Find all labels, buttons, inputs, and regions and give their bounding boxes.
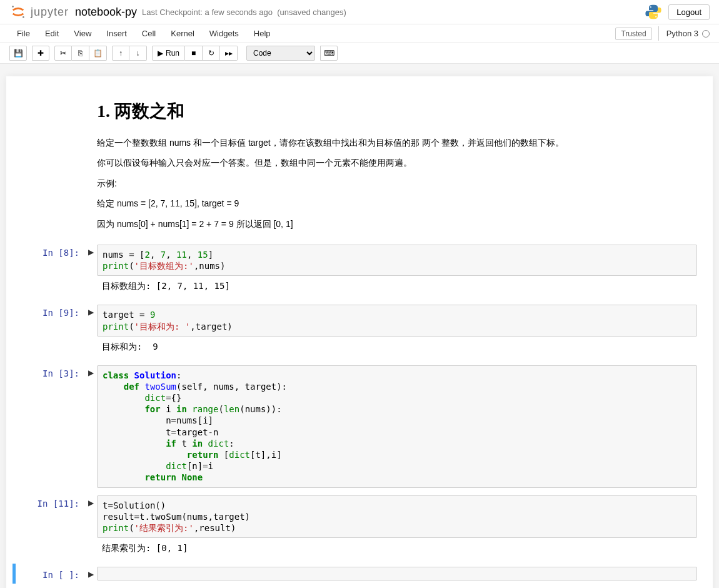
svg-point-2 xyxy=(650,6,651,8)
markdown-paragraph: 给定一个整数数组 nums 和一个目标值 target，请你在该数组中找出和为目… xyxy=(97,136,691,150)
code-input[interactable]: t=Solution() result=t.twoSum(nums,target… xyxy=(97,495,697,539)
kernel-indicator-icon xyxy=(702,30,710,38)
code-input[interactable]: nums = [2, 7, 11, 15] print('目标数组为:',num… xyxy=(97,245,697,276)
output: 目标数组为: [2, 7, 11, 15] xyxy=(97,276,697,297)
code-cell[interactable]: In [3]: ▶ class Solution: def twoSum(sel… xyxy=(13,362,706,491)
move-up-button[interactable]: ↑ xyxy=(112,46,129,61)
menu-kernel[interactable]: Kernel xyxy=(163,25,202,42)
arrow-down-icon: ↓ xyxy=(136,49,140,58)
run-cell-icon[interactable]: ▶ xyxy=(84,365,97,488)
toolbar: 💾 ✚ ✂ ⎘ 📋 ↑ ↓ ▶Run ■ ↻ ▸▸ Code ⌨ xyxy=(0,43,719,64)
jupyter-icon xyxy=(9,3,27,21)
code-input[interactable]: target = 9 print('目标和为: ',target) xyxy=(97,305,697,336)
run-button[interactable]: ▶Run xyxy=(152,46,185,61)
menu-edit[interactable]: Edit xyxy=(38,25,66,42)
copy-icon: ⎘ xyxy=(78,49,83,58)
output: 结果索引为: [0, 1] xyxy=(97,538,697,559)
markdown-paragraph: 示例: xyxy=(97,176,691,190)
restart-button[interactable]: ↻ xyxy=(203,46,220,61)
menubar: File Edit View Insert Cell Kernel Widget… xyxy=(0,24,719,43)
svg-point-3 xyxy=(655,16,656,18)
save-button[interactable]: 💾 xyxy=(9,46,27,61)
svg-point-0 xyxy=(12,6,14,8)
plus-icon: ✚ xyxy=(38,49,44,58)
code-input[interactable] xyxy=(97,567,697,580)
code-cell[interactable]: In [11]: ▶ t=Solution() result=t.twoSum(… xyxy=(13,492,706,563)
menu-cell[interactable]: Cell xyxy=(134,25,163,42)
notebook-container: 1. 两数之和 给定一个整数数组 nums 和一个目标值 target，请你在该… xyxy=(0,64,719,588)
save-icon: 💾 xyxy=(14,49,23,58)
run-cell-icon[interactable]: ▶ xyxy=(84,567,97,580)
menu-widgets[interactable]: Widgets xyxy=(202,25,246,42)
run-cell-icon[interactable]: ▶ xyxy=(84,245,97,297)
move-down-button[interactable]: ↓ xyxy=(129,46,147,61)
keyboard-icon: ⌨ xyxy=(324,49,334,58)
input-prompt: In [3]: xyxy=(16,365,84,488)
fast-forward-icon: ▸▸ xyxy=(225,49,233,58)
notebook-name[interactable]: notebook-py xyxy=(75,6,137,19)
input-prompt: In [11]: xyxy=(16,495,84,560)
cut-icon: ✂ xyxy=(60,49,66,58)
stop-icon: ■ xyxy=(191,49,196,58)
interrupt-button[interactable]: ■ xyxy=(185,46,203,61)
markdown-cell[interactable]: 1. 两数之和 给定一个整数数组 nums 和一个目标值 target，请你在该… xyxy=(13,87,706,240)
markdown-paragraph: 你可以假设每种输入只会对应一个答案。但是，数组中同一个元素不能使用两遍。 xyxy=(97,156,691,170)
menu-view[interactable]: View xyxy=(66,25,99,42)
menu-help[interactable]: Help xyxy=(246,25,278,42)
arrow-up-icon: ↑ xyxy=(119,49,123,58)
paste-button[interactable]: 📋 xyxy=(89,46,107,61)
run-icon: ▶ xyxy=(158,49,163,58)
trusted-badge[interactable]: Trusted xyxy=(615,28,651,40)
markdown-paragraph: 因为 nums[0] + nums[1] = 2 + 7 = 9 所以返回 [0… xyxy=(97,217,691,231)
command-palette-button[interactable]: ⌨ xyxy=(320,46,338,61)
code-cell[interactable]: In [8]: ▶ nums = [2, 7, 11, 15] print('目… xyxy=(13,241,706,300)
copy-button[interactable]: ⎘ xyxy=(72,46,89,61)
checkpoint-status: Last Checkpoint: a few seconds ago (unsa… xyxy=(142,8,346,17)
logo-text: jupyter xyxy=(31,6,69,19)
svg-point-1 xyxy=(23,16,24,18)
kernel-name[interactable]: Python 3 xyxy=(658,26,710,41)
add-cell-button[interactable]: ✚ xyxy=(32,46,49,61)
restart-icon: ↻ xyxy=(208,49,214,58)
restart-run-all-button[interactable]: ▸▸ xyxy=(220,46,238,61)
code-cell[interactable]: In [ ]: ▶ xyxy=(13,564,706,584)
input-prompt: In [ ]: xyxy=(16,567,84,580)
cut-button[interactable]: ✂ xyxy=(54,46,72,61)
header: jupyter notebook-py Last Checkpoint: a f… xyxy=(0,0,719,24)
logo[interactable]: jupyter xyxy=(9,3,69,21)
paste-icon: 📋 xyxy=(93,49,103,58)
menu-file[interactable]: File xyxy=(9,25,38,42)
code-input[interactable]: class Solution: def twoSum(self, nums, t… xyxy=(97,365,697,488)
menu-insert[interactable]: Insert xyxy=(99,25,134,42)
output: 目标和为: 9 xyxy=(97,337,697,358)
run-cell-icon[interactable]: ▶ xyxy=(84,305,97,357)
markdown-paragraph: 给定 nums = [2, 7, 11, 15], target = 9 xyxy=(97,196,691,210)
run-cell-icon[interactable]: ▶ xyxy=(84,495,97,560)
notebook: 1. 两数之和 给定一个整数数组 nums 和一个目标值 target，请你在该… xyxy=(6,76,713,588)
code-cell[interactable]: In [9]: ▶ target = 9 print('目标和为: ',targ… xyxy=(13,302,706,360)
cell-type-select[interactable]: Code xyxy=(246,46,315,61)
input-prompt: In [8]: xyxy=(16,245,84,297)
python-icon xyxy=(645,3,662,21)
logout-button[interactable]: Logout xyxy=(668,4,710,20)
markdown-title: 1. 两数之和 xyxy=(97,99,691,123)
input-prompt: In [9]: xyxy=(16,305,84,357)
